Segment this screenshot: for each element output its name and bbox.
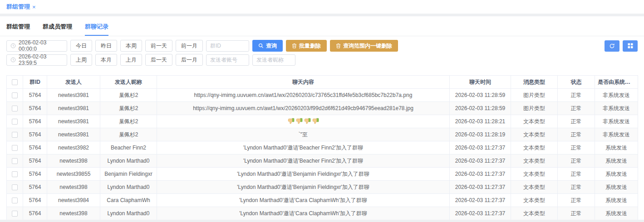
cell-group-id: 5764	[23, 168, 47, 181]
quick-prev-day-button[interactable]: 前一天	[145, 40, 172, 52]
cell-status: 正常	[558, 115, 595, 128]
filter-panel: 2026-02-03 00:00:0 今日 昨日 本周 前一天 前一月 查询 批…	[0, 36, 644, 66]
cell-chat-content: 'Lyndon Marthad0'邀请'Cara ClaphamWh'加入了群聊	[157, 207, 450, 220]
quick-next-month-button[interactable]: 后一月	[176, 54, 203, 66]
cell-sender: newtest3981	[47, 115, 100, 128]
row-checkbox[interactable]	[12, 145, 18, 151]
cell-chat-content: 'Lyndon Marthad0'邀请'Cara ClaphamWh'加入了群聊	[157, 194, 450, 207]
search-button[interactable]: 查询	[252, 40, 283, 52]
cell-sender: newtest39855	[47, 168, 100, 181]
header-chat-content: 聊天内容	[157, 76, 450, 89]
row-checkbox[interactable]	[12, 132, 18, 138]
header-group-id: 群ID	[23, 76, 47, 89]
cell-status: 正常	[558, 168, 595, 181]
quick-last-month-button[interactable]: 上月	[120, 54, 142, 66]
cell-chat-time: 2026-02-03 11:27:37	[450, 181, 511, 194]
quick-today-button[interactable]: 今日	[70, 40, 92, 52]
cell-sender: newtest3984	[47, 194, 100, 207]
quick-prev-month-button[interactable]: 前一月	[176, 40, 203, 52]
table-row: 5764newtest3982Beacher Finn2'Lyndon Mart…	[7, 141, 638, 154]
tab-group-management[interactable]: 群组管理	[6, 23, 30, 36]
clock-icon	[10, 57, 16, 63]
range-delete-button[interactable]: 查询范围内一键删除	[330, 40, 398, 52]
cell-sender-nickname: 巢佩杉2	[100, 89, 157, 102]
row-checkbox[interactable]	[12, 119, 18, 125]
select-all-checkbox[interactable]	[12, 79, 18, 85]
cell-system-sent: 系统发送	[595, 168, 638, 181]
trash-icon	[336, 43, 341, 48]
end-time-value: 2026-02-03 23:59:5	[19, 53, 63, 66]
thumbs-down-emoji-icon	[287, 118, 295, 125]
cell-sender-nickname: Lyndon Marthad0	[100, 154, 157, 168]
cell-select	[7, 168, 23, 181]
column-settings-button[interactable]	[623, 40, 638, 52]
quick-this-month-button[interactable]: 本月	[95, 54, 117, 66]
cell-status: 正常	[558, 141, 595, 154]
refresh-button[interactable]	[605, 40, 619, 52]
cell-chat-time: 2026-02-03 11:27:37	[450, 141, 511, 154]
cell-status: 正常	[558, 102, 595, 115]
row-checkbox[interactable]	[12, 158, 18, 164]
cell-sender-nickname: 巢佩杉2	[100, 115, 157, 128]
row-checkbox[interactable]	[12, 198, 18, 203]
row-checkbox[interactable]	[12, 106, 18, 111]
header-message-type: 消息类型	[511, 76, 558, 89]
tab-chat-records[interactable]: 群聊记录	[85, 23, 108, 36]
page-tag-label: 群组管理	[6, 3, 30, 11]
cell-group-id: 5764	[23, 102, 47, 115]
tab-bar: 群组管理 群成员管理 群聊记录	[0, 16, 644, 36]
cell-system-sent: 系统发送	[595, 141, 638, 154]
clock-icon	[10, 43, 16, 48]
row-checkbox[interactable]	[12, 171, 18, 177]
sender-account-input[interactable]	[206, 54, 249, 66]
sender-nickname-input[interactable]	[252, 54, 295, 66]
cell-chat-content: `"至	[157, 128, 450, 141]
cell-system-sent: 系统发送	[595, 194, 638, 207]
tab-member-management[interactable]: 群成员管理	[43, 23, 72, 36]
thumbs-down-emoji-icon	[312, 118, 319, 125]
cell-message-type: 文本类型	[511, 168, 558, 181]
quick-next-day-button[interactable]: 后一天	[145, 54, 172, 66]
quick-yesterday-button[interactable]: 昨日	[95, 40, 117, 52]
cell-sender: newtest398	[47, 207, 100, 220]
table-container: 群ID 发送人 发送人昵称 聊天内容 聊天时间 消息类型 状态 是否由系统发出 …	[0, 75, 644, 220]
header-status: 状态	[558, 76, 595, 89]
cell-chat-content: 'Lyndon Marthad0'邀请'Benjamin Fieldingxr'…	[157, 168, 450, 181]
row-checkbox[interactable]	[12, 184, 18, 190]
group-id-input[interactable]	[206, 40, 249, 52]
batch-delete-button[interactable]: 批量删除	[286, 40, 327, 52]
cell-chat-content: 'Lyndon Marthad0'邀请'Benjamin Fieldingxr'…	[157, 181, 450, 194]
table-row: 5764newtest3981巢佩杉22026-02-03 11:28:21文本…	[7, 115, 638, 128]
table-header-row: 群ID 发送人 发送人昵称 聊天内容 聊天时间 消息类型 状态 是否由系统发出	[7, 76, 638, 89]
search-button-label: 查询	[266, 42, 277, 50]
page-tag[interactable]: 群组管理 ×	[6, 3, 36, 11]
tag-close-icon[interactable]: ×	[32, 4, 36, 10]
quick-last-week-button[interactable]: 上周	[70, 54, 92, 66]
cell-system-sent: 非系统发送	[595, 115, 638, 128]
cell-chat-content: 'Lyndon Marthad0'邀请'Beacher Finn2'加入了群聊	[157, 141, 450, 154]
cell-group-id: 5764	[23, 181, 47, 194]
cell-sender: newtest398	[47, 154, 100, 168]
cell-select	[7, 181, 23, 194]
row-checkbox[interactable]	[12, 92, 18, 98]
cell-sender-nickname: 巢佩杉2	[100, 102, 157, 115]
table-body: 5764newtest3981巢佩杉2https://qny-imimg.uuv…	[7, 89, 638, 220]
cell-status: 正常	[558, 194, 595, 207]
header-select-all[interactable]	[7, 76, 23, 89]
cell-chat-time: 2026-02-03 11:27:37	[450, 154, 511, 168]
chat-records-table: 群ID 发送人 发送人昵称 聊天内容 聊天时间 消息类型 状态 是否由系统发出 …	[6, 75, 638, 220]
cell-status: 正常	[558, 154, 595, 168]
row-checkbox[interactable]	[12, 211, 18, 217]
quick-this-week-button[interactable]: 本周	[120, 40, 142, 52]
start-time-input[interactable]: 2026-02-03 00:00:0	[6, 40, 67, 52]
end-time-input[interactable]: 2026-02-03 23:59:5	[6, 54, 67, 66]
cell-message-type: 文本类型	[511, 141, 558, 154]
cell-message-type: 文本类型	[511, 115, 558, 128]
thumbs-down-emoji-icon	[295, 118, 303, 125]
cell-chat-time: 2026-02-03 11:27:37	[450, 194, 511, 207]
grid-icon	[628, 43, 633, 48]
cell-chat-time: 2026-02-03 11:28:21	[450, 115, 511, 128]
header-sender-nickname: 发送人昵称	[100, 76, 157, 89]
header-sender: 发送人	[47, 76, 100, 89]
cell-sender-nickname: Beacher Finn2	[100, 141, 157, 154]
